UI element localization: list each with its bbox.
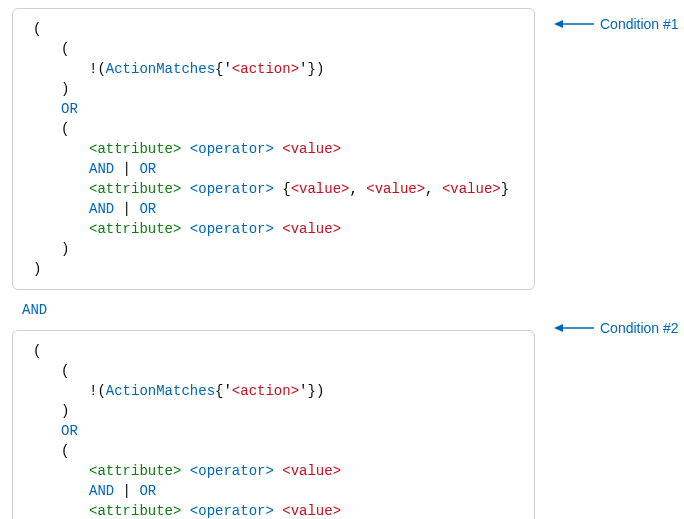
paren-open: (: [33, 21, 41, 37]
action-matches-expr: !(ActionMatches{'<action>'}): [33, 381, 518, 401]
arrow-left-icon: [554, 18, 594, 30]
svg-marker-1: [554, 20, 563, 28]
svg-marker-3: [554, 324, 563, 332]
paren-open: (: [61, 363, 69, 379]
and-connector: AND: [22, 300, 682, 320]
paren-open: (: [33, 343, 41, 359]
annotation-condition-2: Condition #2: [554, 318, 679, 338]
paren-open: (: [61, 443, 69, 459]
or-keyword: OR: [61, 101, 78, 117]
paren-close: ): [61, 403, 69, 419]
condition-box-2: ( ( !(ActionMatches{'<action>'}) ) OR ( …: [12, 330, 535, 519]
attr-op-value-expr: <attribute> <operator> <value>: [33, 501, 518, 519]
attr-op-value-expr: <attribute> <operator> <value>: [33, 219, 518, 239]
annotation-condition-1: Condition #1: [554, 14, 679, 34]
attr-op-valuelist-expr: <attribute> <operator> {<value>, <value>…: [33, 179, 518, 199]
attr-op-value-expr: <attribute> <operator> <value>: [33, 139, 518, 159]
and-or-pipe: AND | OR: [33, 481, 518, 501]
and-or-pipe: AND | OR: [33, 159, 518, 179]
paren-open: (: [61, 121, 69, 137]
paren-close: ): [33, 261, 41, 277]
paren-close: ): [61, 81, 69, 97]
attr-op-value-expr: <attribute> <operator> <value>: [33, 461, 518, 481]
arrow-left-icon: [554, 322, 594, 334]
paren-open: (: [61, 41, 69, 57]
paren-close: ): [61, 241, 69, 257]
or-keyword: OR: [61, 423, 78, 439]
and-or-pipe: AND | OR: [33, 199, 518, 219]
condition-box-1: ( ( !(ActionMatches{'<action>'}) ) OR ( …: [12, 8, 535, 290]
action-matches-expr: !(ActionMatches{'<action>'}): [33, 59, 518, 79]
